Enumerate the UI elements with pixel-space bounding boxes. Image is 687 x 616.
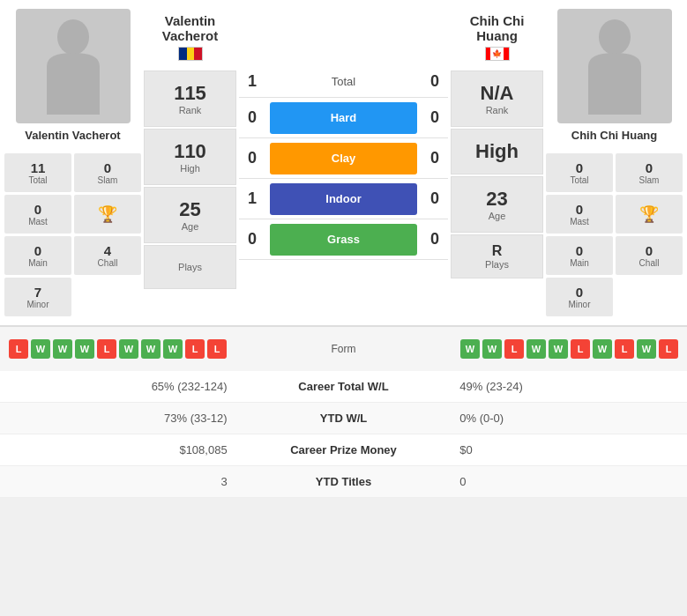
form-section: LWWWLWWWLL Form WWLWWLWLWL (0, 325, 687, 371)
grass-score-row: 0 Grass 0 (239, 219, 448, 260)
svg-point-0 (57, 19, 89, 55)
form-badge: W (460, 339, 480, 359)
form-badge: W (526, 339, 546, 359)
right-high-box: High (451, 129, 543, 174)
form-badge: W (482, 339, 502, 359)
right-flag-icon (485, 47, 510, 61)
table-row: 65% (232-124) Career Total W/L 49% (23-2… (0, 371, 687, 403)
table-left-cell: 73% (33-12) (0, 403, 241, 434)
form-badge: L (659, 339, 678, 359)
left-header-name: Valentin Vacherot (144, 13, 236, 43)
left-form-badges: LWWWLWWWLL (9, 339, 227, 359)
right-slam-stat: 0 Slam (616, 153, 683, 192)
left-player-column: Valentin Vacherot 11 Total 0 Slam 0 Mast… (4, 9, 141, 316)
right-age-box: 23 Age (451, 176, 543, 233)
stats-table: 65% (232-124) Career Total W/L 49% (23-2… (0, 371, 687, 498)
right-name-header: Chih Chi Huang (451, 9, 543, 71)
right-rank-box: N/A Rank (451, 71, 543, 127)
table-label-cell: YTD W/L (241, 403, 447, 434)
left-rank-box: 115 Rank (144, 71, 236, 127)
right-plays-box: R Plays (451, 234, 543, 278)
player-names-header: Valentin Vacherot 115 Rank 110 High (144, 9, 543, 291)
indoor-score-row: 1 Indoor 0 (239, 179, 448, 219)
main-container: Valentin Vacherot 11 Total 0 Slam 0 Mast… (0, 0, 687, 498)
form-label: Form (227, 343, 460, 355)
table-label-cell: Career Prize Money (241, 434, 447, 466)
form-badge: W (163, 339, 183, 359)
table-right-cell: 0 (446, 466, 687, 498)
left-age-box: 25 Age (144, 187, 236, 243)
right-mast-stat: 0 Mast (546, 195, 613, 234)
table-right-cell: 49% (23-24) (446, 371, 687, 403)
hard-score-row: 0 Hard 0 (239, 98, 448, 138)
grass-surface-btn[interactable]: Grass (270, 224, 417, 256)
indoor-surface-btn[interactable]: Indoor (270, 183, 417, 215)
right-player-column: Chih Chi Huang 0 Total 0 Slam 0 Mast 🏆 (546, 9, 683, 316)
form-badge: W (593, 339, 612, 359)
total-label: Total (265, 75, 422, 88)
right-mid-stats: Chih Chi Huang N/A Rank High 23 (451, 9, 543, 291)
left-flag-icon (178, 47, 203, 61)
right-main-stat: 0 Main (546, 236, 613, 275)
table-left-cell: 3 (0, 466, 241, 498)
left-trophy-icon: 🏆 (74, 195, 141, 234)
right-trophy-icon: 🏆 (616, 195, 683, 234)
form-badge: W (31, 339, 50, 359)
header-spacer (239, 9, 448, 66)
left-high-box: 110 High (144, 129, 236, 185)
table-left-cell: $108,085 (0, 434, 241, 466)
form-badge: L (185, 339, 205, 359)
table-label-cell: Career Total W/L (241, 371, 447, 403)
hard-surface-btn[interactable]: Hard (270, 102, 417, 134)
table-label-cell: YTD Titles (241, 466, 447, 498)
score-surface-col: 1 Total 0 0 Hard 0 0 Clay 0 (239, 9, 448, 291)
left-player-avatar (16, 9, 131, 123)
table-right-cell: 0% (0-0) (446, 403, 687, 434)
form-badge: L (207, 339, 227, 359)
table-left-cell: 65% (232-124) (0, 371, 241, 403)
left-minor-stat: 7 Minor (4, 278, 71, 316)
form-badge: W (141, 339, 161, 359)
form-badge: L (615, 339, 634, 359)
form-badge: W (637, 339, 656, 359)
left-mid-stats: Valentin Vacherot 115 Rank 110 High (144, 9, 236, 291)
form-badge: W (549, 339, 568, 359)
form-badge: L (571, 339, 590, 359)
left-main-stat: 0 Main (4, 236, 71, 275)
comparison-section: Valentin Vacherot 11 Total 0 Slam 0 Mast… (0, 0, 687, 325)
form-badge: L (97, 339, 116, 359)
table-right-cell: $0 (446, 434, 687, 466)
table-row: $108,085 Career Prize Money $0 (0, 434, 687, 466)
form-badge: L (9, 339, 28, 359)
right-player-stats: 0 Total 0 Slam 0 Mast 🏆 0 Main (546, 153, 683, 316)
left-chall-stat: 4 Chall (74, 236, 141, 275)
form-badge: W (75, 339, 94, 359)
left-flag (178, 47, 203, 63)
left-mast-stat: 0 Mast (4, 195, 71, 234)
left-name-header: Valentin Vacherot (144, 9, 236, 71)
right-chall-stat: 0 Chall (616, 236, 683, 275)
right-form-badges: WWLWWLWLWL (460, 339, 678, 359)
right-minor-stat: 0 Minor (546, 278, 613, 316)
table-row: 73% (33-12) YTD W/L 0% (0-0) (0, 403, 687, 434)
left-player-name: Valentin Vacherot (25, 129, 120, 142)
right-total-stat: 0 Total (546, 153, 613, 192)
table-row: 3 YTD Titles 0 (0, 466, 687, 498)
left-total-stat: 11 Total (4, 153, 71, 192)
stats-table-section: 65% (232-124) Career Total W/L 49% (23-2… (0, 371, 687, 498)
form-badge: L (504, 339, 524, 359)
total-score-row: 1 Total 0 (239, 66, 448, 98)
left-player-stats: 11 Total 0 Slam 0 Mast 🏆 0 Main (4, 153, 141, 316)
form-badge: W (119, 339, 138, 359)
right-player-name: Chih Chi Huang (571, 129, 658, 142)
clay-surface-btn[interactable]: Clay (270, 143, 417, 174)
left-slam-stat: 0 Slam (74, 153, 141, 192)
form-row: LWWWLWWWLL Form WWLWWLWLWL (9, 336, 678, 362)
center-comparison: Valentin Vacherot 115 Rank 110 High (144, 9, 543, 316)
form-badge: W (53, 339, 72, 359)
clay-score-row: 0 Clay 0 (239, 138, 448, 179)
svg-point-1 (599, 19, 631, 55)
right-flag (485, 47, 510, 63)
left-plays-box: Plays (144, 245, 236, 289)
right-header-name: Chih Chi Huang (451, 13, 543, 43)
